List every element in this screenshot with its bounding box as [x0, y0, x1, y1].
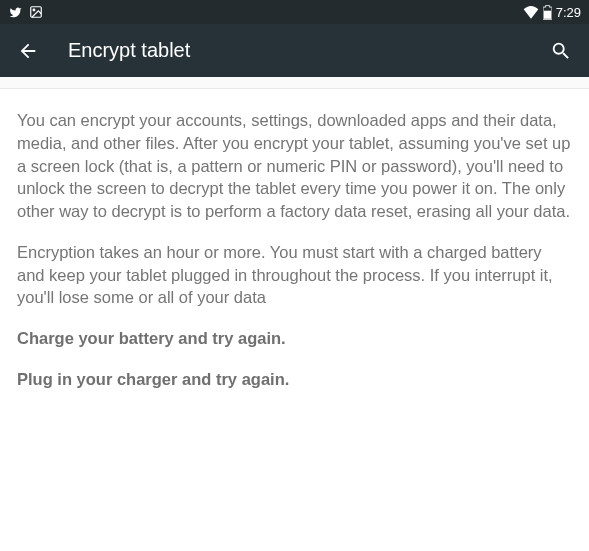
search-button[interactable] [549, 39, 573, 63]
arrow-back-icon [17, 40, 39, 62]
svg-rect-2 [544, 10, 551, 18]
battery-icon [543, 5, 552, 20]
status-right: 7:29 [523, 5, 581, 20]
twitter-icon [8, 6, 23, 19]
back-button[interactable] [16, 39, 40, 63]
warning-charger: Plug in your charger and try again. [17, 368, 572, 391]
clock-time: 7:29 [556, 5, 581, 20]
status-bar: 7:29 [0, 0, 589, 24]
info-paragraph-1: You can encrypt your accounts, settings,… [17, 109, 572, 223]
wifi-icon [523, 5, 539, 19]
image-icon [29, 5, 43, 19]
subheader-divider [0, 77, 589, 89]
search-icon [550, 40, 572, 62]
app-bar: Encrypt tablet [0, 24, 589, 77]
svg-point-1 [33, 9, 35, 11]
warning-battery: Charge your battery and try again. [17, 327, 572, 350]
content-area: You can encrypt your accounts, settings,… [0, 89, 589, 429]
info-paragraph-2: Encryption takes an hour or more. You mu… [17, 241, 572, 309]
status-left [8, 5, 43, 19]
page-title: Encrypt tablet [68, 39, 549, 62]
